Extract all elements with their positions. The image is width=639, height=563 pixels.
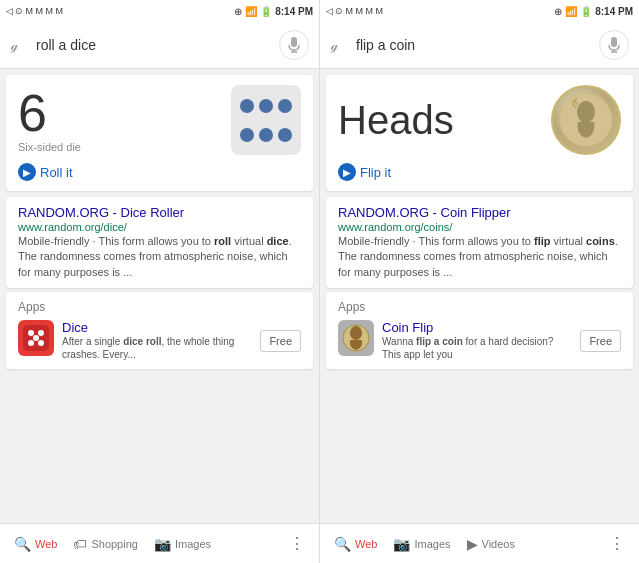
wifi-icon: 📶	[245, 6, 257, 17]
flip-button[interactable]: ▶ Flip it	[338, 163, 621, 181]
nav-images-label-left: Images	[175, 538, 211, 550]
search-query-left[interactable]: roll a dice	[36, 37, 271, 53]
dot-1	[240, 99, 254, 113]
svg-point-19	[350, 326, 362, 340]
svg-text:ℊ: ℊ	[11, 38, 19, 53]
bottom-nav-left: 🔍 Web 🏷 Shopping 📷 Images ⋮	[0, 523, 319, 563]
back-icon: ◁	[6, 6, 13, 16]
result-title-right[interactable]: RANDOM.ORG - Coin Flipper	[338, 205, 621, 220]
nav-web-left[interactable]: 🔍 Web	[6, 532, 65, 556]
mic-icon-right	[608, 37, 620, 53]
result-snippet-left: Mobile-friendly · This form allows you t…	[18, 234, 301, 280]
battery-icon-right: 🔋	[580, 6, 592, 17]
coin-app-name[interactable]: Coin Flip	[382, 320, 572, 335]
svg-text:ℊ: ℊ	[331, 38, 339, 53]
signal-icon: ⊕	[234, 6, 242, 17]
images-icon-right: 📷	[393, 536, 410, 552]
svg-point-7	[33, 335, 39, 341]
web-icon-right: 🔍	[334, 536, 351, 552]
dice-label: Six-sided die	[18, 141, 81, 153]
content-left: 6 Six-sided die ▶ Roll it RANDOM.ORG -	[0, 69, 319, 523]
nav-web-label-left: Web	[35, 538, 57, 550]
nav-images-right[interactable]: 📷 Images	[385, 532, 458, 556]
time-right: 8:14 PM	[595, 6, 633, 17]
coin-svg	[556, 90, 616, 150]
wifi-icon-right: 📶	[565, 6, 577, 17]
status-icons-left: ◁ ⊙ M M M M	[6, 6, 63, 16]
more-button-right[interactable]: ⋮	[601, 530, 633, 557]
back-icon-right: ◁	[326, 6, 333, 16]
dice-app-info: Dice After a single dice roll, the whole…	[62, 320, 252, 361]
dice-number: 6	[18, 87, 81, 139]
dot-2	[259, 99, 273, 113]
dice-free-button[interactable]: Free	[260, 330, 301, 352]
nav-videos-label-right: Videos	[482, 538, 515, 550]
result-url-left: www.random.org/dice/	[18, 221, 301, 233]
coin-result-card: Heads ▶ Flip it	[326, 75, 633, 191]
nav-web-right[interactable]: 🔍 Web	[326, 532, 385, 556]
nav-web-label-right: Web	[355, 538, 377, 550]
svg-point-16	[577, 101, 595, 123]
search-query-right[interactable]: flip a coin	[356, 37, 591, 53]
dot-5	[259, 128, 273, 142]
result-title-left[interactable]: RANDOM.ORG - Dice Roller	[18, 205, 301, 220]
dice-web-result: RANDOM.ORG - Dice Roller www.random.org/…	[6, 197, 313, 288]
notification-icons: ⊙ M M M M	[15, 6, 63, 16]
system-icons-left: ⊕ 📶 🔋 8:14 PM	[234, 6, 313, 17]
apps-section-left: Apps Dice After a single dice rol	[6, 292, 313, 369]
dot-4	[240, 128, 254, 142]
dice-app-desc: After a single dice roll, the whole thin…	[62, 335, 252, 361]
shopping-icon-left: 🏷	[73, 536, 87, 552]
coin-image	[551, 85, 621, 155]
coin-free-button[interactable]: Free	[580, 330, 621, 352]
apps-label-left: Apps	[18, 300, 301, 314]
dot-3	[278, 99, 292, 113]
roll-button[interactable]: ▶ Roll it	[18, 163, 301, 181]
more-button-left[interactable]: ⋮	[281, 530, 313, 557]
nav-shopping-label-left: Shopping	[91, 538, 138, 550]
nav-videos-right[interactable]: ▶ Videos	[459, 532, 523, 556]
coin-result-text: Heads	[338, 98, 454, 143]
flip-icon: ▶	[338, 163, 356, 181]
coin-web-result: RANDOM.ORG - Coin Flipper www.random.org…	[326, 197, 633, 288]
roll-icon: ▶	[18, 163, 36, 181]
nav-shopping-left[interactable]: 🏷 Shopping	[65, 532, 146, 556]
mic-button-left[interactable]	[279, 30, 309, 60]
app-item-dice: Dice After a single dice roll, the whole…	[18, 320, 301, 361]
notification-icons-right: ⊙ M M M M	[335, 6, 383, 16]
dice-image	[231, 85, 301, 155]
apps-section-right: Apps Coin Flip Wanna flip a coin for a h…	[326, 292, 633, 369]
battery-icon: 🔋	[260, 6, 272, 17]
svg-point-5	[28, 330, 34, 336]
result-snippet-right: Mobile-friendly · This form allows you t…	[338, 234, 621, 280]
svg-point-9	[38, 340, 44, 346]
bottom-nav-right: 🔍 Web 📷 Images ▶ Videos ⋮	[320, 523, 639, 563]
google-logo-right: ℊ	[330, 36, 348, 54]
left-panel: ◁ ⊙ M M M M ⊕ 📶 🔋 8:14 PM ℊ roll a dice	[0, 0, 319, 563]
svg-rect-1	[291, 37, 297, 47]
apps-label-right: Apps	[338, 300, 621, 314]
content-right: Heads ▶ Flip it	[320, 69, 639, 523]
time-left: 8:14 PM	[275, 6, 313, 17]
dice-app-icon	[18, 320, 54, 356]
svg-rect-11	[611, 37, 617, 47]
mic-icon-left	[288, 37, 300, 53]
right-panel: ◁ ⊙ M M M M ⊕ 📶 🔋 8:14 PM ℊ flip a coin	[320, 0, 639, 563]
status-bar-right: ◁ ⊙ M M M M ⊕ 📶 🔋 8:14 PM	[320, 0, 639, 22]
dot-6	[278, 128, 292, 142]
coin-text-area: Heads	[338, 98, 454, 143]
dice-display: 6 Six-sided die	[18, 85, 301, 155]
nav-images-left[interactable]: 📷 Images	[146, 532, 219, 556]
svg-point-8	[28, 340, 34, 346]
svg-point-6	[38, 330, 44, 336]
dice-result-card: 6 Six-sided die ▶ Roll it	[6, 75, 313, 191]
mic-button-right[interactable]	[599, 30, 629, 60]
roll-label: Roll it	[40, 165, 73, 180]
status-icons-right: ◁ ⊙ M M M M	[326, 6, 383, 16]
dice-app-name[interactable]: Dice	[62, 320, 252, 335]
search-bar-left: ℊ roll a dice	[0, 22, 319, 69]
dice-info: 6 Six-sided die	[18, 87, 81, 153]
status-bar-left: ◁ ⊙ M M M M ⊕ 📶 🔋 8:14 PM	[0, 0, 319, 22]
web-icon-left: 🔍	[14, 536, 31, 552]
videos-icon-right: ▶	[467, 536, 478, 552]
